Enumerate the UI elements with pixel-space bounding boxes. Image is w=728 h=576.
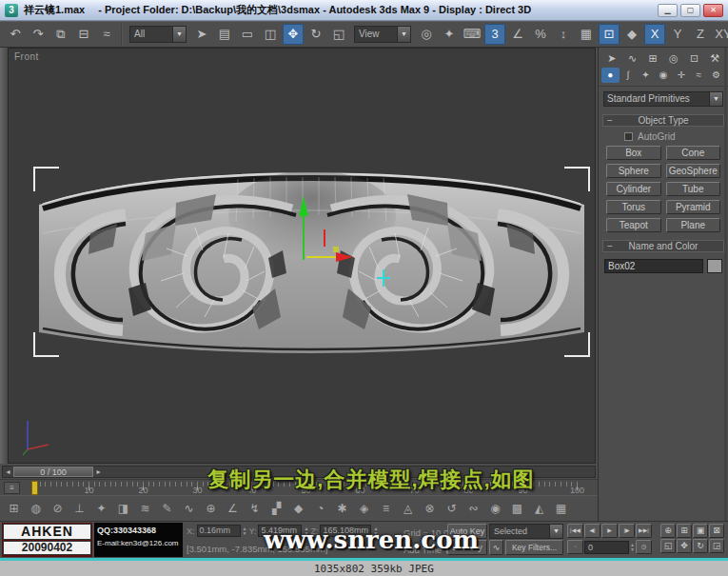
custom-tool-icon[interactable]: ◆ [288,499,308,519]
category-cameras[interactable]: ◉ [655,68,673,83]
custom-tool-icon[interactable]: ≋ [135,499,155,519]
custom-tool-icon[interactable]: ◬ [398,499,418,519]
selection-set-dropdown[interactable]: Selected ▼ [489,524,563,539]
object-type-button[interactable]: Cylinder [606,182,661,196]
category-shapes[interactable]: ∫ [620,68,638,83]
custom-tool-icon[interactable]: ⊞ [4,499,24,519]
mini-curve-editor-button[interactable]: ≡ [4,482,20,494]
spinner-snap-icon[interactable]: ↕ [553,24,574,45]
panel-scrollbar[interactable] [724,48,727,521]
custom-tool-icon[interactable]: ▞ [266,499,286,519]
collapse-icon[interactable]: − [607,115,613,127]
custom-tool-icon[interactable]: ▦ [551,499,571,519]
window-crossing-icon[interactable]: ◫ [260,24,281,45]
zoom-extents-icon[interactable]: ▣ [693,524,708,538]
select-and-rotate-icon[interactable]: ↻ [305,24,326,45]
category-helpers[interactable]: ✛ [672,68,690,83]
viewport-label[interactable]: Front [14,51,39,62]
object-name-field[interactable]: Box02 [604,259,703,273]
previous-frame-arrow[interactable]: ◂ [3,467,13,477]
custom-tool-icon[interactable]: ✱ [332,499,352,519]
object-type-button[interactable]: Torus [606,200,661,214]
chevron-down-icon[interactable]: ▼ [549,525,562,538]
custom-tool-icon[interactable]: ↯ [245,499,265,519]
bind-to-space-warp-icon[interactable]: ≈ [96,24,117,45]
custom-tool-icon[interactable]: ◉ [485,499,505,519]
axis-z-button[interactable]: Z [690,24,711,45]
undo-icon[interactable]: ↶ [5,24,26,45]
axis-x-button[interactable]: X [644,24,665,45]
arc-rotate-icon[interactable]: ↻ [693,539,708,553]
custom-tool-icon[interactable]: ⊥ [69,499,89,519]
front-viewport[interactable]: Front [8,48,596,464]
minimize-button[interactable]: ▁ [658,4,678,17]
collapse-icon[interactable]: − [607,241,613,252]
rectangular-selection-icon[interactable]: ▭ [237,24,258,45]
custom-tool-icon[interactable]: ↺ [442,499,462,519]
custom-tool-icon[interactable]: ◨ [113,499,133,519]
custom-tool-icon[interactable]: ⊕ [201,499,221,519]
angle-snap-icon[interactable]: ∠ [507,24,528,45]
current-frame-field[interactable]: 0 [584,541,629,554]
select-and-link-icon[interactable]: ⧉ [50,24,71,45]
object-type-button[interactable]: Sphere [606,164,661,178]
select-by-name-icon[interactable]: ▤ [214,24,235,45]
object-type-button[interactable]: Pyramid [666,200,721,214]
zoom-icon[interactable]: ⊕ [660,524,676,538]
select-object-icon[interactable]: ➤ [191,24,212,45]
category-geometry[interactable]: ● [601,68,620,83]
tab-hierarchy[interactable]: ⊞ [642,50,663,67]
percent-snap-icon[interactable]: % [530,24,551,45]
tab-motion[interactable]: ◎ [663,50,684,67]
name-and-color-rollout[interactable]: − Name and Color [602,240,724,252]
close-button[interactable]: ✕ [703,4,723,17]
chevron-down-icon[interactable]: ▼ [397,27,410,42]
subcategory-dropdown[interactable]: Standard Primitives ▼ [603,91,723,107]
play-button[interactable]: ▶ [601,524,618,538]
key-mode-toggle[interactable]: ◦ [567,540,583,554]
go-to-end-button[interactable]: ▶▶| [636,524,652,538]
named-selection-sets-icon[interactable]: ▦ [576,24,597,45]
maximize-viewport-icon[interactable]: ◲ [709,539,724,553]
next-frame-arrow[interactable]: ▸ [93,467,104,477]
go-to-start-button[interactable]: |◀◀ [567,524,583,538]
select-and-scale-icon[interactable]: ◱ [328,24,349,45]
autogrid-checkbox[interactable] [624,132,633,141]
tab-utilities[interactable]: ⚒ [704,50,725,67]
maximize-button[interactable]: ▢ [680,4,700,17]
custom-tool-icon[interactable]: ✎ [157,499,177,519]
redo-icon[interactable]: ↷ [28,24,49,45]
chevron-down-icon[interactable]: ▼ [709,92,722,106]
custom-tool-icon[interactable]: ◍ [26,499,46,519]
unlink-selection-icon[interactable]: ⊟ [73,24,94,45]
key-filters-button[interactable]: Key Filters... [505,540,563,555]
custom-tool-icon[interactable]: ▩ [507,499,527,519]
previous-frame-button[interactable]: ◀| [584,524,600,538]
use-pivot-point-icon[interactable]: ◎ [416,24,437,45]
selection-filter-dropdown[interactable]: All ▼ [129,26,187,43]
custom-tool-icon[interactable]: ◭ [529,499,549,519]
select-and-manipulate-icon[interactable]: ✦ [439,24,460,45]
frame-spinner[interactable]: ▲▼ [630,543,635,552]
axis-y-button[interactable]: Y [667,24,688,45]
object-type-button[interactable]: Teapot [606,218,661,232]
custom-tool-icon[interactable]: ✦ [91,499,111,519]
tab-display[interactable]: ⊡ [684,50,705,67]
custom-tool-icon[interactable]: ∿ [179,499,199,519]
custom-tool-icon[interactable]: ◔ [310,499,330,519]
keyboard-override-icon[interactable]: ⌨ [462,24,482,45]
object-type-button[interactable]: GeoSphere [666,164,721,178]
chevron-down-icon[interactable]: ▼ [172,27,186,42]
tab-modify[interactable]: ∿ [622,50,643,67]
time-slider-handle[interactable]: 0 / 100 [13,467,93,477]
category-systems[interactable]: ⚙ [707,68,725,83]
mirror-icon[interactable]: ◆ [621,24,642,45]
x-coordinate-field[interactable]: 0.16mm [197,525,241,537]
object-type-button[interactable]: Tube [666,182,721,196]
pan-icon[interactable]: ✥ [677,539,692,553]
object-color-swatch[interactable] [707,259,722,273]
object-type-button[interactable]: Plane [666,218,721,232]
next-frame-button[interactable]: |▶ [619,524,635,538]
custom-tool-icon[interactable]: ≡ [376,499,396,519]
custom-tool-icon[interactable]: ∾ [463,499,483,519]
